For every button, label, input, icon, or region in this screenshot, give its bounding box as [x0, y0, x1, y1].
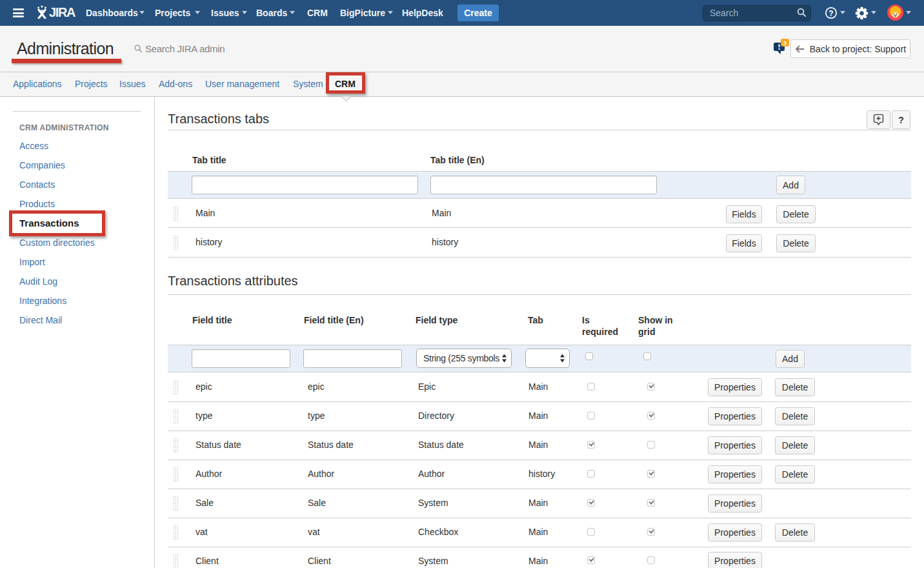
- svg-text:?: ?: [829, 9, 833, 18]
